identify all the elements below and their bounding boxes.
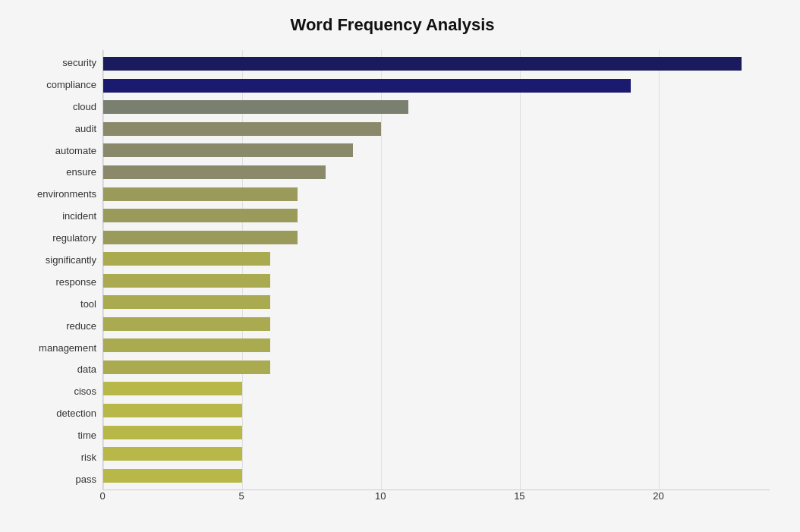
bar [103, 57, 742, 71]
x-axis-tick-label: 10 [375, 490, 386, 502]
bar-row [103, 467, 770, 484]
bar [103, 317, 270, 331]
bar-row [103, 55, 770, 72]
y-axis-label: risk [15, 452, 96, 462]
y-axis-label: detection [15, 408, 96, 418]
y-axis-label: reduce [15, 321, 96, 331]
bar [103, 274, 270, 288]
bar [103, 426, 242, 439]
x-axis-tick-label: 5 [239, 490, 244, 502]
bars-inner [103, 50, 770, 490]
y-axis-label: incident [15, 211, 96, 221]
x-axis-tick-label: 20 [653, 490, 663, 502]
y-axis-label: cloud [15, 102, 96, 112]
y-axis-label: significantly [15, 255, 96, 265]
y-axis-label: automate [15, 146, 96, 156]
bar-row [103, 250, 770, 267]
bar-row [103, 207, 770, 224]
bar-row [103, 337, 770, 354]
bar [103, 295, 270, 309]
bar [103, 143, 353, 157]
y-axis-label: pass [15, 474, 96, 484]
y-axis-label: management [15, 343, 96, 353]
bar-row [103, 142, 770, 159]
bar-row [103, 164, 770, 181]
y-axis-label: environments [15, 189, 96, 199]
y-axis-label: response [15, 277, 96, 287]
bar [103, 79, 631, 93]
bar [103, 469, 242, 483]
x-axis-tick-label: 15 [514, 490, 524, 502]
bar [103, 382, 242, 395]
bar-row [103, 229, 770, 246]
bar-row [103, 186, 770, 203]
chart-container: Word Frequency Analysis securitycomplian… [0, 0, 800, 532]
chart-area: securitycompliancecloudauditautomateensu… [15, 50, 770, 490]
y-axis-label: cisos [15, 386, 96, 396]
bar-row [103, 99, 770, 115]
bar [103, 100, 408, 114]
y-axis-label: security [15, 58, 96, 68]
bar [103, 447, 242, 461]
y-axis-label: data [15, 364, 96, 374]
y-axis-label: regulatory [15, 233, 96, 243]
bar [103, 404, 242, 417]
bar [103, 338, 270, 352]
bars-area [102, 50, 770, 490]
y-axis-label: audit [15, 124, 96, 134]
chart-title: Word Frequency Analysis [15, 15, 770, 35]
bar-row [103, 316, 770, 332]
bar [103, 360, 270, 374]
bar [103, 122, 381, 136]
bar-row [103, 77, 770, 94]
bar-row [103, 272, 770, 289]
y-axis-labels: securitycompliancecloudauditautomateensu… [15, 50, 102, 490]
y-axis-label: ensure [15, 167, 96, 177]
x-axis-tick-label: 0 [99, 490, 105, 502]
y-axis-label: tool [15, 299, 96, 309]
bar [103, 165, 326, 179]
bar [103, 209, 298, 222]
bar-row [103, 380, 770, 397]
y-axis-label: compliance [15, 80, 96, 90]
bar-row [103, 445, 770, 462]
bottom-section: 05101520 Frequency [102, 490, 770, 532]
bar [103, 252, 270, 266]
bar [103, 231, 298, 244]
y-axis-label: time [15, 430, 96, 440]
bar-row [103, 121, 770, 137]
bar [103, 187, 298, 201]
bar-row [103, 424, 770, 441]
bar-row [103, 402, 770, 419]
x-axis-labels: 05101520 [102, 490, 770, 513]
bar-row [103, 359, 770, 376]
bar-row [103, 294, 770, 310]
